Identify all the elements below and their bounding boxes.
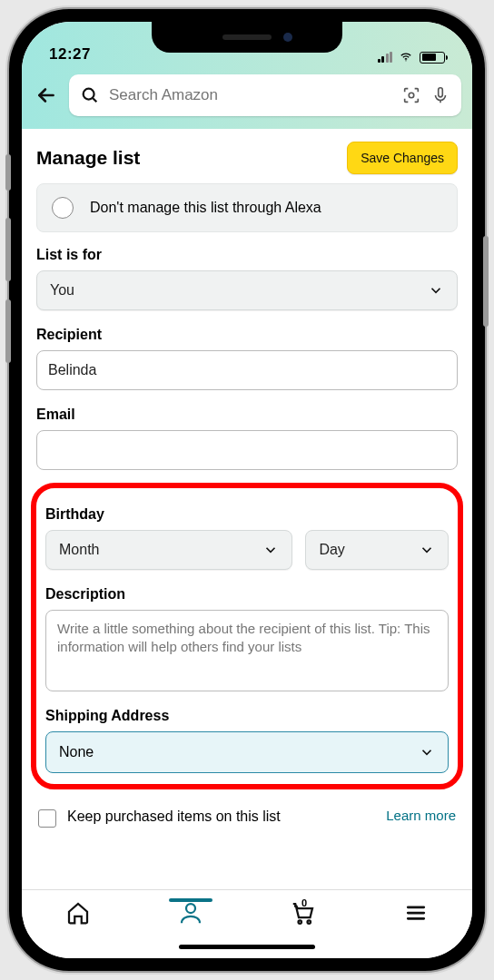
cell-signal-icon bbox=[378, 52, 393, 63]
alexa-option-row[interactable]: Don't manage this list through Alexa bbox=[36, 183, 458, 232]
tab-home[interactable] bbox=[51, 899, 105, 926]
chevron-down-icon bbox=[428, 282, 444, 299]
tab-cart[interactable]: 0 bbox=[276, 899, 331, 926]
volume-up-button bbox=[5, 218, 11, 281]
learn-more-link[interactable]: Learn more bbox=[386, 808, 456, 823]
alexa-option-label: Don't manage this list through Alexa bbox=[90, 200, 321, 216]
phone-frame: 12:27 Manage list Save Changes bbox=[9, 9, 485, 971]
svg-point-0 bbox=[405, 60, 406, 61]
page-title: Manage list bbox=[36, 147, 140, 169]
search-input[interactable] bbox=[109, 86, 392, 104]
battery-icon bbox=[420, 52, 445, 64]
camera-scan-icon[interactable] bbox=[401, 85, 421, 105]
email-label: Email bbox=[36, 407, 458, 423]
app-header bbox=[22, 67, 472, 129]
chevron-down-icon bbox=[419, 744, 435, 760]
form-content: Don't manage this list through Alexa Lis… bbox=[22, 183, 472, 889]
description-label: Description bbox=[45, 586, 449, 603]
recipient-value: Belinda bbox=[48, 362, 96, 378]
keep-items-label: Keep purchased items on this list bbox=[67, 808, 281, 827]
svg-rect-3 bbox=[439, 88, 443, 97]
home-indicator bbox=[179, 945, 315, 949]
home-icon bbox=[64, 899, 92, 926]
chevron-down-icon bbox=[262, 542, 279, 558]
svg-point-1 bbox=[84, 89, 94, 100]
volume-down-button bbox=[5, 299, 11, 363]
user-icon bbox=[177, 899, 204, 926]
birthday-month-value: Month bbox=[59, 542, 99, 558]
birthday-label: Birthday bbox=[45, 506, 449, 523]
list-for-label: List is for bbox=[36, 247, 458, 263]
search-box[interactable] bbox=[69, 74, 461, 116]
status-time: 12:27 bbox=[49, 45, 91, 64]
side-button bbox=[5, 154, 11, 191]
description-placeholder: Write a little something about the recip… bbox=[57, 621, 430, 654]
radio-unchecked-icon[interactable] bbox=[52, 197, 74, 219]
shipping-label: Shipping Address bbox=[45, 708, 449, 724]
svg-point-6 bbox=[308, 920, 311, 924]
menu-icon bbox=[402, 899, 430, 926]
back-button[interactable] bbox=[33, 82, 60, 109]
recipient-label: Recipient bbox=[36, 327, 458, 343]
birthday-month-select[interactable]: Month bbox=[45, 530, 292, 570]
save-changes-button[interactable]: Save Changes bbox=[347, 142, 458, 174]
birthday-day-value: Day bbox=[319, 542, 344, 558]
chevron-down-icon bbox=[419, 542, 435, 558]
wifi-icon bbox=[398, 51, 414, 64]
tab-menu[interactable] bbox=[389, 899, 443, 926]
svg-point-2 bbox=[409, 93, 414, 98]
list-for-select[interactable]: You bbox=[36, 270, 458, 310]
cart-count-badge: 0 bbox=[301, 897, 307, 908]
svg-point-4 bbox=[186, 904, 195, 913]
email-input[interactable] bbox=[36, 430, 458, 470]
phone-notch bbox=[152, 22, 342, 53]
tab-account[interactable] bbox=[163, 899, 218, 926]
keep-items-row: Keep purchased items on this list Learn … bbox=[36, 800, 458, 828]
microphone-icon[interactable] bbox=[430, 85, 450, 105]
shipping-value: None bbox=[59, 744, 94, 760]
recipient-input[interactable]: Belinda bbox=[36, 350, 458, 390]
keep-items-checkbox[interactable] bbox=[38, 809, 56, 828]
power-button bbox=[483, 236, 489, 327]
list-for-value: You bbox=[50, 282, 74, 299]
birthday-day-select[interactable]: Day bbox=[305, 530, 449, 570]
search-icon bbox=[80, 85, 100, 105]
bottom-tab-bar: 0 bbox=[22, 889, 472, 958]
svg-point-5 bbox=[299, 920, 302, 924]
active-tab-indicator bbox=[169, 898, 212, 902]
page-header: Manage list Save Changes bbox=[22, 129, 472, 183]
arrow-left-icon bbox=[35, 83, 58, 107]
shipping-address-select[interactable]: None bbox=[45, 731, 449, 773]
highlighted-section: Birthday Month Day Description Write a l… bbox=[31, 483, 463, 789]
description-textarea[interactable]: Write a little something about the recip… bbox=[45, 610, 449, 691]
